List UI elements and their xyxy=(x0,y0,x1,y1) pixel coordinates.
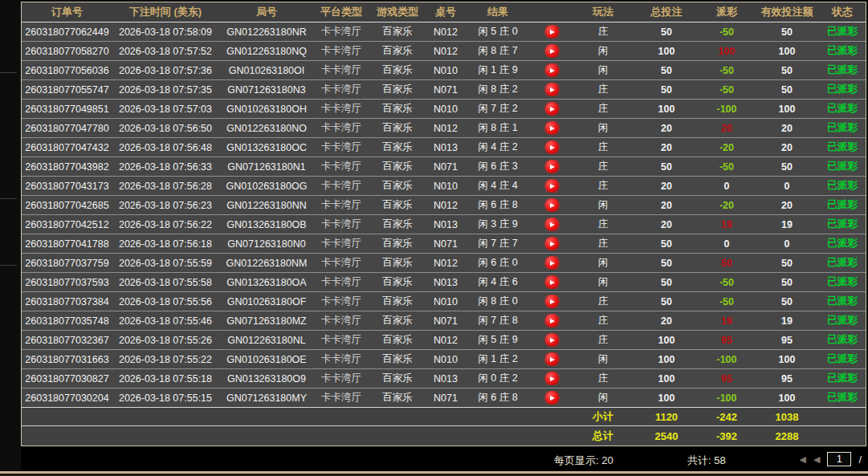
cell-payout: -50 xyxy=(699,65,755,76)
col-header-total-bet: 总投注 xyxy=(634,5,699,19)
replay-play-icon[interactable] xyxy=(545,140,559,154)
replay-play-icon[interactable] xyxy=(545,352,559,366)
cell-game-type: 百家乐 xyxy=(368,256,427,270)
replay-play-icon[interactable] xyxy=(545,391,559,405)
replay-play-icon[interactable] xyxy=(545,295,559,308)
replay-play-icon[interactable] xyxy=(545,237,559,250)
replay-play-icon[interactable] xyxy=(545,256,559,270)
replay-play-icon[interactable] xyxy=(545,333,559,347)
table-row[interactable]: 260318077047432 2026-03-18 07:56:48 GN01… xyxy=(22,138,866,157)
cell-platform: 卡卡湾厅 xyxy=(315,44,368,58)
cell-total-bet: 50 xyxy=(634,238,699,250)
table-row[interactable]: 260318077041788 2026-03-18 07:56:18 GN07… xyxy=(22,234,866,254)
cell-platform: 卡卡湾厅 xyxy=(315,237,368,250)
replay-play-icon[interactable] xyxy=(545,179,559,193)
bet-records-table: 订单号 下注时间 (美东) 局号 平台类型 游戏类型 桌号 结果 玩法 总投注 … xyxy=(21,2,866,446)
table-row[interactable]: 260318077049851 2026-03-18 07:57:03 GN01… xyxy=(22,100,866,119)
table-row[interactable]: 260318077055747 2026-03-18 07:57:35 GN07… xyxy=(22,80,866,100)
table-row[interactable]: 260318077042512 2026-03-18 07:56:22 GN01… xyxy=(22,215,866,234)
table-row[interactable]: 260318077043982 2026-03-18 07:56:33 GN07… xyxy=(22,157,866,177)
cell-status: 已派彩 xyxy=(819,198,866,212)
cell-status: 已派彩 xyxy=(819,237,866,250)
replay-play-icon[interactable] xyxy=(545,218,559,231)
cell-valid-bet: 50 xyxy=(755,161,819,173)
cell-status: 已派彩 xyxy=(819,391,866,405)
cell-result: 闲 7 庄 7 xyxy=(464,237,532,250)
replay-play-icon[interactable] xyxy=(545,63,559,77)
cell-order-no: 260318077035748 xyxy=(22,315,112,327)
table-row[interactable]: 260318077035748 2026-03-18 07:55:46 GN07… xyxy=(22,311,866,331)
table-row[interactable]: 260318077047780 2026-03-18 07:56:50 GN01… xyxy=(22,119,866,138)
cell-valid-bet: 20 xyxy=(755,200,819,211)
cell-result: 闲 5 庄 0 xyxy=(464,25,532,39)
table-row[interactable]: 260318077037759 2026-03-18 07:55:59 GN01… xyxy=(22,254,866,273)
grand-total-label: 总计 xyxy=(572,429,634,443)
replay-play-icon[interactable] xyxy=(545,160,559,173)
table-row[interactable]: 260318077042685 2026-03-18 07:56:23 GN01… xyxy=(22,196,866,215)
play-triangle-icon xyxy=(550,376,555,381)
cell-bet-time: 2026-03-18 07:55:26 xyxy=(112,335,218,346)
cell-table-no: N013 xyxy=(427,142,464,153)
cell-game-type: 百家乐 xyxy=(368,295,427,308)
cell-status: 已派彩 xyxy=(819,256,866,270)
grand-total-total-bet: 2540 xyxy=(634,430,699,442)
cell-play: 庄 xyxy=(572,218,634,231)
cell-status: 已派彩 xyxy=(819,83,866,96)
replay-play-icon[interactable] xyxy=(545,121,559,135)
table-row[interactable]: 260318077043173 2026-03-18 07:56:28 GN01… xyxy=(22,177,866,196)
cell-order-no: 260318077047432 xyxy=(22,142,112,153)
cell-platform: 卡卡湾厅 xyxy=(315,314,368,328)
cell-platform: 卡卡湾厅 xyxy=(315,140,368,154)
subtotal-payout: -242 xyxy=(699,411,755,423)
cell-game-type: 百家乐 xyxy=(368,160,427,173)
table-row[interactable]: 260318077062449 2026-03-18 07:58:09 GN01… xyxy=(22,22,866,42)
page-input[interactable] xyxy=(827,452,851,466)
cell-round-no: GN010263180OF xyxy=(218,296,315,307)
cell-platform: 卡卡湾厅 xyxy=(315,179,368,193)
replay-play-icon[interactable] xyxy=(545,314,559,328)
table-row[interactable]: 260318077030204 2026-03-18 07:55:15 GN07… xyxy=(22,389,866,408)
table-row[interactable]: 260318077030827 2026-03-18 07:55:18 GN01… xyxy=(22,369,866,389)
cell-order-no: 260318077049851 xyxy=(22,104,112,115)
table-row[interactable]: 260318077037384 2026-03-18 07:55:56 GN01… xyxy=(22,292,866,311)
first-page-icon[interactable]: ◀ xyxy=(799,455,805,464)
prev-page-icon[interactable]: ◀ xyxy=(813,455,820,464)
cell-table-no: N071 xyxy=(427,161,464,173)
replay-play-icon[interactable] xyxy=(545,25,559,39)
replay-play-icon[interactable] xyxy=(545,102,559,116)
play-triangle-icon xyxy=(550,319,555,323)
table-row[interactable]: 260318077058270 2026-03-18 07:57:52 GN01… xyxy=(22,42,866,61)
cell-result: 闲 8 庄 1 xyxy=(464,121,532,135)
table-row[interactable]: 260318077032367 2026-03-18 07:55:26 GN01… xyxy=(22,331,866,350)
cell-payout: -20 xyxy=(699,200,755,211)
play-triangle-icon xyxy=(550,357,555,362)
cell-platform: 卡卡湾厅 xyxy=(315,25,368,39)
cell-payout: 0 xyxy=(699,238,755,250)
table-row[interactable]: 260318077031663 2026-03-18 07:55:22 GN01… xyxy=(22,350,866,369)
play-triangle-icon xyxy=(550,184,555,189)
cell-play: 庄 xyxy=(572,102,634,116)
cell-platform: 卡卡湾厅 xyxy=(315,102,368,116)
cell-play: 闲 xyxy=(572,198,634,212)
cell-platform: 卡卡湾厅 xyxy=(315,63,368,77)
replay-play-icon[interactable] xyxy=(545,44,559,58)
cell-round-no: GN013263180O9 xyxy=(218,373,315,384)
cell-result: 闲 7 庄 2 xyxy=(464,102,532,116)
cell-total-bet: 20 xyxy=(634,123,699,134)
replay-play-icon[interactable] xyxy=(545,83,559,96)
cell-status: 已派彩 xyxy=(819,63,866,77)
cell-valid-bet: 50 xyxy=(755,26,819,38)
cell-round-no: GN071263180N0 xyxy=(218,238,315,250)
replay-play-icon[interactable] xyxy=(545,275,559,289)
cell-bet-time: 2026-03-18 07:55:56 xyxy=(112,296,218,307)
cell-round-no: GN012263180NQ xyxy=(218,46,315,57)
table-row[interactable]: 260318077037593 2026-03-18 07:55:58 GN01… xyxy=(22,273,866,292)
cell-order-no: 260318077062449 xyxy=(22,26,112,38)
replay-play-icon[interactable] xyxy=(545,372,559,385)
table-row[interactable]: 260318077056036 2026-03-18 07:57:36 GN01… xyxy=(22,61,866,80)
cell-game-type: 百家乐 xyxy=(368,333,427,347)
replay-play-icon[interactable] xyxy=(545,198,559,212)
cell-game-type: 百家乐 xyxy=(368,179,427,193)
cell-bet-time: 2026-03-18 07:57:35 xyxy=(112,84,218,96)
cell-valid-bet: 50 xyxy=(755,84,819,96)
